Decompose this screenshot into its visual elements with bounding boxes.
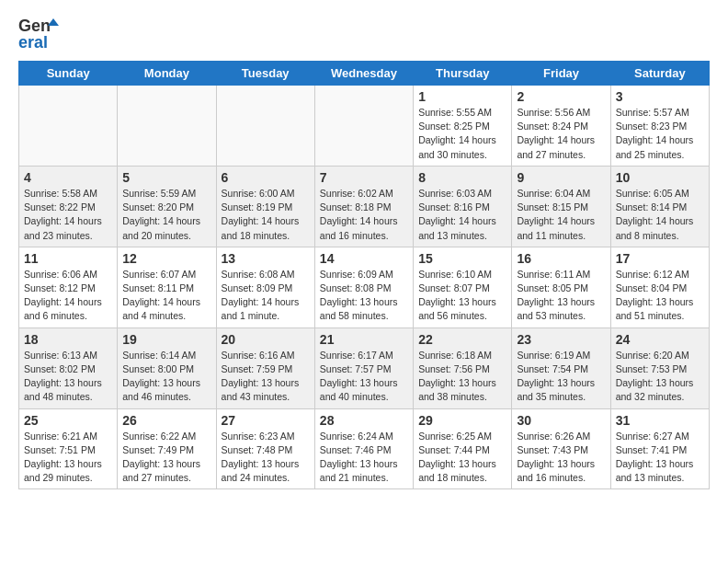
day-info: Sunrise: 6:22 AM Sunset: 7:49 PM Dayligh…	[122, 430, 210, 486]
day-info: Sunrise: 5:56 AM Sunset: 8:24 PM Dayligh…	[517, 106, 605, 162]
week-row-3: 11Sunrise: 6:06 AM Sunset: 8:12 PM Dayli…	[19, 247, 710, 327]
day-number: 18	[24, 332, 112, 347]
day-number: 6	[222, 170, 310, 185]
page-container: Gen eral SundayMondayTuesdayWednesdayThu…	[0, 0, 728, 504]
calendar-cell: 19Sunrise: 6:14 AM Sunset: 8:00 PM Dayli…	[118, 327, 216, 408]
day-info: Sunrise: 6:00 AM Sunset: 8:19 PM Dayligh…	[222, 187, 310, 243]
calendar-cell: 12Sunrise: 6:07 AM Sunset: 8:11 PM Dayli…	[118, 247, 216, 327]
week-row-2: 4Sunrise: 5:58 AM Sunset: 8:22 PM Daylig…	[19, 166, 710, 247]
day-number: 2	[517, 89, 605, 104]
calendar-cell: 21Sunrise: 6:17 AM Sunset: 7:57 PM Dayli…	[314, 327, 413, 408]
day-info: Sunrise: 6:11 AM Sunset: 8:05 PM Dayligh…	[517, 268, 605, 324]
day-info: Sunrise: 6:25 AM Sunset: 7:44 PM Dayligh…	[418, 430, 506, 486]
day-number: 15	[418, 251, 506, 266]
weekday-header-thursday: Thursday	[414, 62, 512, 86]
week-row-1: 1Sunrise: 5:55 AM Sunset: 8:25 PM Daylig…	[19, 86, 710, 167]
day-info: Sunrise: 6:10 AM Sunset: 8:07 PM Dayligh…	[418, 268, 506, 324]
day-number: 26	[122, 413, 210, 428]
day-number: 5	[122, 170, 210, 185]
week-row-4: 18Sunrise: 6:13 AM Sunset: 8:02 PM Dayli…	[19, 327, 710, 408]
day-number: 4	[24, 170, 112, 185]
calendar-cell: 25Sunrise: 6:21 AM Sunset: 7:51 PM Dayli…	[19, 408, 118, 489]
calendar-cell: 28Sunrise: 6:24 AM Sunset: 7:46 PM Dayli…	[314, 408, 413, 489]
day-info: Sunrise: 6:17 AM Sunset: 7:57 PM Dayligh…	[320, 349, 408, 405]
svg-text:Gen: Gen	[18, 17, 51, 35]
day-info: Sunrise: 6:14 AM Sunset: 8:00 PM Dayligh…	[122, 349, 210, 405]
day-number: 24	[616, 332, 704, 347]
calendar-cell	[118, 86, 216, 167]
calendar-cell: 29Sunrise: 6:25 AM Sunset: 7:44 PM Dayli…	[414, 408, 512, 489]
weekday-header-wednesday: Wednesday	[314, 62, 413, 86]
calendar-cell: 9Sunrise: 6:04 AM Sunset: 8:15 PM Daylig…	[512, 166, 610, 247]
calendar-cell: 5Sunrise: 5:59 AM Sunset: 8:20 PM Daylig…	[118, 166, 216, 247]
calendar-cell: 4Sunrise: 5:58 AM Sunset: 8:22 PM Daylig…	[19, 166, 118, 247]
day-info: Sunrise: 6:21 AM Sunset: 7:51 PM Dayligh…	[24, 430, 112, 486]
day-number: 7	[320, 170, 408, 185]
calendar-cell: 15Sunrise: 6:10 AM Sunset: 8:07 PM Dayli…	[414, 247, 512, 327]
day-number: 25	[24, 413, 112, 428]
day-info: Sunrise: 6:05 AM Sunset: 8:14 PM Dayligh…	[616, 187, 704, 243]
calendar-cell: 17Sunrise: 6:12 AM Sunset: 8:04 PM Dayli…	[610, 247, 709, 327]
day-info: Sunrise: 5:58 AM Sunset: 8:22 PM Dayligh…	[24, 187, 112, 243]
calendar-cell: 26Sunrise: 6:22 AM Sunset: 7:49 PM Dayli…	[118, 408, 216, 489]
day-number: 28	[320, 413, 408, 428]
day-number: 31	[616, 413, 704, 428]
day-info: Sunrise: 6:09 AM Sunset: 8:08 PM Dayligh…	[320, 268, 408, 324]
calendar-cell: 18Sunrise: 6:13 AM Sunset: 8:02 PM Dayli…	[19, 327, 118, 408]
calendar-cell: 11Sunrise: 6:06 AM Sunset: 8:12 PM Dayli…	[19, 247, 118, 327]
calendar-cell: 10Sunrise: 6:05 AM Sunset: 8:14 PM Dayli…	[610, 166, 709, 247]
calendar-cell	[314, 86, 413, 167]
header: Gen eral	[18, 15, 710, 50]
day-number: 12	[122, 251, 210, 266]
day-number: 29	[418, 413, 506, 428]
calendar-cell: 16Sunrise: 6:11 AM Sunset: 8:05 PM Dayli…	[512, 247, 610, 327]
day-info: Sunrise: 6:18 AM Sunset: 7:56 PM Dayligh…	[418, 349, 506, 405]
day-number: 13	[222, 251, 310, 266]
day-number: 22	[418, 332, 506, 347]
weekday-header-monday: Monday	[118, 62, 216, 86]
day-number: 16	[517, 251, 605, 266]
day-number: 20	[222, 332, 310, 347]
calendar-cell: 13Sunrise: 6:08 AM Sunset: 8:09 PM Dayli…	[216, 247, 314, 327]
calendar-cell	[216, 86, 314, 167]
day-number: 27	[222, 413, 310, 428]
day-number: 3	[616, 89, 704, 104]
calendar-cell: 20Sunrise: 6:16 AM Sunset: 7:59 PM Dayli…	[216, 327, 314, 408]
calendar-cell: 1Sunrise: 5:55 AM Sunset: 8:25 PM Daylig…	[414, 86, 512, 167]
day-number: 11	[24, 251, 112, 266]
day-info: Sunrise: 6:24 AM Sunset: 7:46 PM Dayligh…	[320, 430, 408, 486]
calendar-cell: 8Sunrise: 6:03 AM Sunset: 8:16 PM Daylig…	[414, 166, 512, 247]
calendar-table: SundayMondayTuesdayWednesdayThursdayFrid…	[18, 61, 710, 489]
day-number: 10	[616, 170, 704, 185]
day-info: Sunrise: 6:23 AM Sunset: 7:48 PM Dayligh…	[222, 430, 310, 486]
calendar-cell: 6Sunrise: 6:00 AM Sunset: 8:19 PM Daylig…	[216, 166, 314, 247]
calendar-cell: 24Sunrise: 6:20 AM Sunset: 7:53 PM Dayli…	[610, 327, 709, 408]
calendar-cell: 23Sunrise: 6:19 AM Sunset: 7:54 PM Dayli…	[512, 327, 610, 408]
weekday-header-tuesday: Tuesday	[216, 62, 314, 86]
day-info: Sunrise: 6:03 AM Sunset: 8:16 PM Dayligh…	[418, 187, 506, 243]
day-number: 14	[320, 251, 408, 266]
day-info: Sunrise: 6:19 AM Sunset: 7:54 PM Dayligh…	[517, 349, 605, 405]
day-info: Sunrise: 5:57 AM Sunset: 8:23 PM Dayligh…	[616, 106, 704, 162]
weekday-header-row: SundayMondayTuesdayWednesdayThursdayFrid…	[19, 62, 710, 86]
day-info: Sunrise: 6:02 AM Sunset: 8:18 PM Dayligh…	[320, 187, 408, 243]
day-number: 23	[517, 332, 605, 347]
weekday-header-friday: Friday	[512, 62, 610, 86]
day-number: 30	[517, 413, 605, 428]
calendar-cell: 14Sunrise: 6:09 AM Sunset: 8:08 PM Dayli…	[314, 247, 413, 327]
day-number: 17	[616, 251, 704, 266]
day-info: Sunrise: 6:12 AM Sunset: 8:04 PM Dayligh…	[616, 268, 704, 324]
day-info: Sunrise: 6:16 AM Sunset: 7:59 PM Dayligh…	[222, 349, 310, 405]
weekday-header-saturday: Saturday	[610, 62, 709, 86]
calendar-cell: 30Sunrise: 6:26 AM Sunset: 7:43 PM Dayli…	[512, 408, 610, 489]
calendar-cell: 2Sunrise: 5:56 AM Sunset: 8:24 PM Daylig…	[512, 86, 610, 167]
day-info: Sunrise: 6:27 AM Sunset: 7:41 PM Dayligh…	[616, 430, 704, 486]
day-info: Sunrise: 6:20 AM Sunset: 7:53 PM Dayligh…	[616, 349, 704, 405]
logo: Gen eral	[18, 15, 61, 50]
weekday-header-sunday: Sunday	[19, 62, 118, 86]
calendar-cell: 27Sunrise: 6:23 AM Sunset: 7:48 PM Dayli…	[216, 408, 314, 489]
day-info: Sunrise: 6:13 AM Sunset: 8:02 PM Dayligh…	[24, 349, 112, 405]
day-number: 19	[122, 332, 210, 347]
week-row-5: 25Sunrise: 6:21 AM Sunset: 7:51 PM Dayli…	[19, 408, 710, 489]
day-info: Sunrise: 6:26 AM Sunset: 7:43 PM Dayligh…	[517, 430, 605, 486]
